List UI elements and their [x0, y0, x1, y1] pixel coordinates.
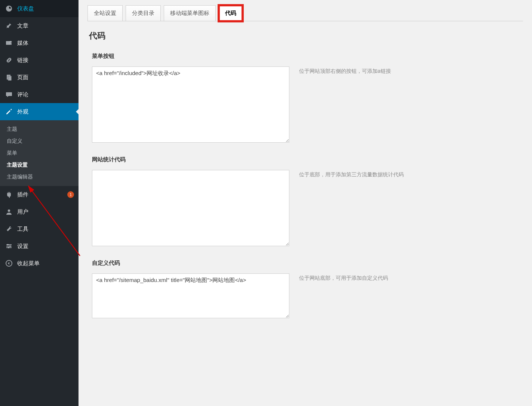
plugins-update-badge: 1 [67, 191, 74, 198]
sidebar-item-label: 页面 [17, 74, 74, 81]
svg-point-10 [9, 245, 11, 247]
sidebar-item-posts[interactable]: 文章 [0, 17, 79, 34]
comments-icon [4, 90, 13, 99]
svg-point-1 [10, 41, 12, 43]
sidebar-item-label: 文章 [17, 22, 74, 30]
svg-point-5 [8, 210, 10, 212]
sidebar-item-collapse[interactable]: 收起菜单 [0, 255, 79, 272]
sidebar-item-label: 媒体 [17, 40, 74, 47]
sidebar-item-label: 仪表盘 [17, 5, 74, 12]
field-label: 菜单按钮 [92, 53, 523, 60]
svg-rect-7 [6, 246, 12, 247]
sidebar-item-label: 设置 [17, 243, 74, 250]
sidebar-item-label: 用户 [17, 208, 74, 216]
field-label: 网站统计代码 [92, 156, 523, 163]
appearance-icon [4, 107, 13, 116]
svg-point-11 [8, 247, 9, 248]
sidebar-item-links[interactable]: 链接 [0, 52, 79, 69]
svg-rect-4 [8, 76, 12, 81]
sidebar-item-media[interactable]: 媒体 [0, 34, 79, 52]
svg-rect-0 [6, 41, 10, 45]
svg-point-9 [7, 244, 9, 245]
field-stats-code: 网站统计代码 位于底部，用于添加第三方流量数据统计代码 [92, 156, 523, 246]
sidebar-item-label: 链接 [17, 57, 74, 64]
media-icon [4, 38, 13, 47]
tab-mobile-menu-icons[interactable]: 移动端菜单图标 [164, 5, 216, 21]
submenu-item-themes[interactable]: 主题 [0, 123, 79, 135]
collapse-icon [4, 259, 13, 268]
field-help: 位于网站顶部右侧的按钮，可添加a链接 [299, 66, 523, 75]
sidebar-item-tools[interactable]: 工具 [0, 220, 79, 238]
sidebar-submenu-appearance: 主题 自定义 菜单 主题设置 主题编辑器 [0, 120, 79, 186]
dashboard-icon [4, 4, 13, 13]
tab-code[interactable]: 代码 [219, 5, 243, 21]
link-icon [4, 56, 13, 65]
field-help: 位于网站底部，可用于添加自定义代码 [299, 273, 523, 282]
menu-button-textarea[interactable] [92, 66, 289, 143]
submenu-item-customize[interactable]: 自定义 [0, 135, 79, 147]
field-label: 自定义代码 [92, 260, 523, 267]
pages-icon [4, 73, 13, 82]
tab-global-settings[interactable]: 全站设置 [87, 5, 123, 21]
field-custom-code: 自定义代码 位于网站底部，可用于添加自定义代码 [92, 260, 523, 318]
settings-icon [4, 242, 13, 251]
sidebar-item-label: 收起菜单 [17, 260, 74, 267]
submenu-item-theme-editor[interactable]: 主题编辑器 [0, 171, 79, 183]
plugins-icon [4, 190, 13, 199]
sidebar-item-settings[interactable]: 设置 [0, 238, 79, 255]
stats-code-textarea[interactable] [92, 170, 289, 246]
field-help: 位于底部，用于添加第三方流量数据统计代码 [299, 170, 523, 178]
sidebar-item-plugins[interactable]: 插件 1 [0, 186, 79, 203]
sidebar-item-comments[interactable]: 评论 [0, 86, 79, 103]
custom-code-textarea[interactable] [92, 273, 289, 318]
submenu-item-theme-settings[interactable]: 主题设置 [0, 159, 79, 171]
page-title: 代码 [89, 30, 523, 41]
field-menu-button: 菜单按钮 位于网站顶部右侧的按钮，可添加a链接 [92, 53, 523, 143]
sidebar-item-label: 评论 [17, 91, 74, 98]
admin-sidebar: 仪表盘 文章 媒体 链接 页面 评论 外观 [0, 0, 79, 406]
users-icon [4, 207, 13, 216]
tools-icon [4, 224, 13, 233]
pin-icon [4, 21, 13, 30]
sidebar-item-dashboard[interactable]: 仪表盘 [0, 0, 79, 17]
tab-categories[interactable]: 分类目录 [126, 5, 161, 21]
sidebar-item-users[interactable]: 用户 [0, 203, 79, 220]
settings-tab-bar: 全站设置 分类目录 移动端菜单图标 代码 [87, 5, 523, 21]
sidebar-item-label: 工具 [17, 226, 74, 233]
main-content: 全站设置 分类目录 移动端菜单图标 代码 代码 菜单按钮 位于网站顶部右侧的按钮… [79, 0, 532, 406]
submenu-item-menus[interactable]: 菜单 [0, 147, 79, 159]
sidebar-item-pages[interactable]: 页面 [0, 69, 79, 86]
sidebar-item-label: 外观 [17, 108, 74, 115]
svg-rect-6 [6, 244, 12, 245]
sidebar-item-label: 插件 [17, 191, 65, 198]
sidebar-item-appearance[interactable]: 外观 [0, 103, 79, 120]
